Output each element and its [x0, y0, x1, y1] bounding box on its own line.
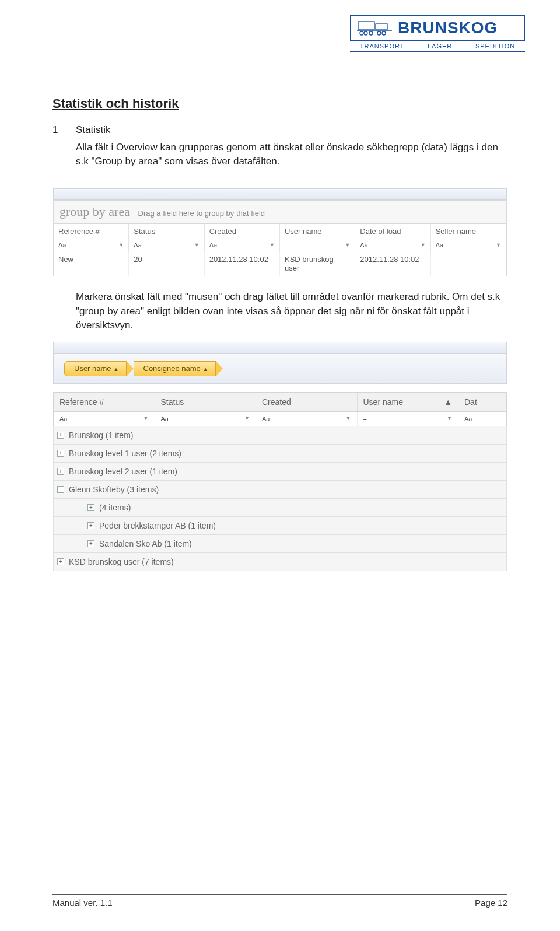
svg-point-3: [360, 32, 363, 35]
group-row-label: (4 items): [99, 503, 131, 512]
chevron-down-icon: ▼: [421, 242, 426, 248]
screenshot-grid-overview: group by area Drag a field here to group…: [52, 188, 508, 277]
col-header-reference[interactable]: Reference #: [54, 224, 129, 239]
screenshot-grouped-grid: User name▲ Consignee name▲ Reference # S…: [52, 341, 508, 572]
expand-icon[interactable]: +: [57, 450, 64, 457]
footer-page: Page 12: [475, 898, 508, 908]
chevron-down-icon: ▼: [345, 242, 350, 248]
col-header-username[interactable]: User name: [280, 224, 355, 239]
chevron-down-icon: ▼: [270, 242, 275, 248]
chevron-right-icon: [216, 361, 223, 376]
expand-icon[interactable]: +: [88, 504, 94, 511]
col-header-status[interactable]: Status: [129, 224, 204, 239]
svg-point-6: [377, 32, 381, 35]
chevron-down-icon: ▼: [346, 415, 351, 422]
group-row[interactable]: +Brunskog level 2 user (1 item): [53, 463, 507, 481]
cell-username: KSD brunskog user: [280, 251, 355, 276]
filter-reference[interactable]: Aa▼: [54, 239, 129, 251]
filter-sellername[interactable]: Aa▼: [431, 239, 506, 251]
chevron-down-icon: ▼: [194, 242, 200, 248]
truck-icon: [357, 18, 392, 38]
group-row[interactable]: +(4 items): [53, 499, 507, 517]
filter-dateofload[interactable]: Aa▼: [355, 239, 430, 251]
group-row[interactable]: −Glenn Skofteby (3 items): [53, 481, 507, 499]
filter-status[interactable]: Aa▼: [155, 412, 257, 426]
group-by-area[interactable]: group by area Drag a field here to group…: [53, 200, 507, 223]
group-row[interactable]: +Brunskog (1 item): [53, 426, 507, 444]
chevron-down-icon: ▼: [496, 242, 501, 248]
cell-created: 2012.11.28 10:02: [205, 251, 280, 276]
group-by-area-hint: Drag a field here to group by that field: [138, 209, 265, 218]
chevron-down-icon: ▼: [244, 415, 250, 422]
group-row[interactable]: +Peder brekkstarnger AB (1 item): [53, 517, 507, 535]
col-header-reference[interactable]: Reference #: [54, 393, 155, 411]
group-row-label: Glenn Skofteby (3 items): [69, 485, 159, 494]
group-tag-consignee[interactable]: Consignee name▲: [134, 361, 216, 376]
filter-username[interactable]: =▼: [358, 412, 459, 426]
col-header-created[interactable]: Created: [256, 393, 358, 411]
page-footer: Manual ver. 1.1 Page 12: [52, 892, 508, 908]
sort-asc-icon: ▲: [114, 366, 119, 372]
filter-reference[interactable]: Aa▼: [54, 412, 155, 426]
group-row-label: Brunskog (1 item): [69, 430, 133, 440]
svg-point-4: [364, 32, 368, 35]
group-tag-username[interactable]: User name▲: [64, 361, 127, 376]
svg-rect-1: [376, 24, 387, 30]
expand-icon[interactable]: +: [88, 540, 94, 547]
footer-version: Manual ver. 1.1: [52, 898, 113, 908]
group-row-label: Brunskog level 1 user (2 items): [69, 449, 181, 458]
filter-username[interactable]: =▼: [280, 239, 355, 251]
col-header-status[interactable]: Status: [155, 393, 257, 411]
chevron-down-icon: ▼: [144, 415, 149, 422]
toolbar-strip: [53, 342, 507, 354]
collapse-icon[interactable]: −: [57, 486, 64, 493]
chevron-down-icon: ▼: [447, 415, 452, 422]
cell-reference: New: [54, 251, 129, 276]
cell-status: 20: [129, 251, 204, 276]
table-row[interactable]: New 20 2012.11.28 10:02 KSD brunskog use…: [53, 251, 507, 276]
sort-asc-icon: ▲: [444, 397, 452, 407]
expand-icon[interactable]: +: [57, 468, 64, 475]
col-header-created[interactable]: Created: [205, 224, 280, 239]
cell-dateofload: 2012.11.28 10:02: [355, 251, 430, 276]
logo-text: BRUNSKOG: [398, 19, 498, 37]
group-row-label: Brunskog level 2 user (1 item): [69, 467, 177, 476]
group-row[interactable]: +Sandalen Sko Ab (1 item): [53, 535, 507, 553]
expand-icon[interactable]: +: [88, 522, 94, 529]
svg-rect-0: [358, 22, 374, 30]
tagline-1: TRANSPORT: [360, 43, 405, 50]
cell-sellername: [431, 251, 506, 276]
expand-icon[interactable]: +: [57, 558, 64, 565]
toolbar-strip: [53, 188, 507, 200]
filter-created[interactable]: Aa▼: [205, 239, 280, 251]
sort-asc-icon: ▲: [203, 366, 208, 372]
col-header-sellername[interactable]: Seller name: [431, 224, 506, 239]
filter-date[interactable]: Aa: [459, 412, 506, 426]
chevron-right-icon: [127, 361, 134, 376]
filter-status[interactable]: Aa▼: [129, 239, 204, 251]
group-by-area[interactable]: User name▲ Consignee name▲: [53, 354, 507, 384]
paragraph-2: Markera önskat fält med "musen" och drag…: [52, 290, 508, 333]
paragraph-1: Alla fält i Overview kan grupperas genom…: [76, 141, 508, 169]
section-heading: Statistik och historik: [52, 96, 508, 111]
group-row[interactable]: +KSD brunskog user (7 items): [53, 553, 507, 571]
item-title: Statistik: [76, 124, 111, 135]
tagline-2: LAGER: [428, 43, 452, 50]
group-row-label: Peder brekkstarnger AB (1 item): [99, 521, 216, 530]
col-header-username[interactable]: User name▲: [358, 393, 459, 411]
company-logo: BRUNSKOG TRANSPORT LAGER SPEDITION: [350, 15, 525, 52]
group-row-label: KSD brunskog user (7 items): [69, 557, 174, 566]
tagline-3: SPEDITION: [475, 43, 515, 50]
item-number: 1: [52, 123, 64, 177]
svg-point-5: [369, 32, 373, 35]
group-row-label: Sandalen Sko Ab (1 item): [99, 539, 192, 548]
filter-created[interactable]: Aa▼: [256, 412, 358, 426]
group-row[interactable]: +Brunskog level 1 user (2 items): [53, 444, 507, 463]
expand-icon[interactable]: +: [57, 432, 64, 439]
svg-point-7: [382, 32, 386, 35]
col-header-dateofload[interactable]: Date of load: [355, 224, 430, 239]
group-by-area-title: group by area: [60, 204, 130, 219]
col-header-date[interactable]: Dat: [459, 393, 506, 411]
chevron-down-icon: ▼: [118, 242, 124, 248]
